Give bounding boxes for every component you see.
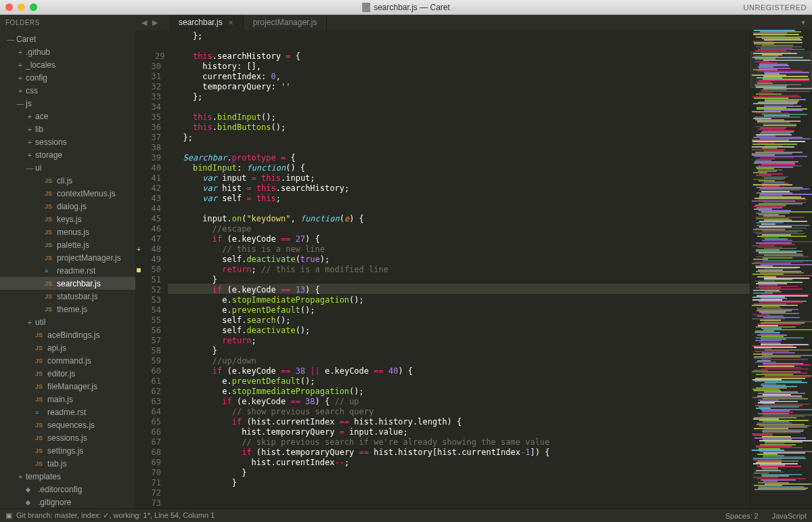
code-line[interactable]: //escape	[173, 224, 750, 234]
code-line[interactable]: history: [],	[173, 62, 750, 72]
code-line[interactable]: if (e.keyCode == 38) { // up	[173, 397, 750, 407]
code-line[interactable]: // show previous search query	[173, 407, 750, 417]
code-line[interactable]: e.stopImmediatePropagation();	[173, 387, 750, 397]
expand-icon[interactable]: +	[26, 112, 34, 121]
code-line[interactable]: Searchbar.prototype = {	[173, 153, 750, 163]
code-line[interactable]: this.bindButtons();	[173, 123, 750, 133]
code-line[interactable]: this.searchHistory = {	[173, 51, 750, 62]
code-line[interactable]: this.bindInput();	[173, 112, 750, 123]
code-line[interactable]	[173, 143, 750, 153]
nav-back-button[interactable]: ◀	[139, 18, 149, 27]
code-line[interactable]: self.deactivate();	[173, 326, 750, 336]
folder-sessions[interactable]: +sessions	[0, 135, 135, 148]
file-keys-js[interactable]: JSkeys.js	[0, 213, 135, 225]
code-line[interactable]: if (e.keyCode == 38 || e.keyCode == 40) …	[173, 366, 750, 376]
code-line[interactable]: };	[173, 92, 750, 102]
code-line[interactable]: bindInput: function() {	[173, 163, 750, 173]
folder-storage[interactable]: +storage	[0, 148, 135, 161]
code-line[interactable]	[173, 204, 750, 214]
folder-css[interactable]: +css	[0, 84, 135, 97]
status-indent[interactable]: Spaces: 2	[725, 512, 759, 520]
status-panel-icon[interactable]: ▣	[5, 511, 12, 520]
file-cli-js[interactable]: JScli.js	[0, 174, 135, 187]
file-api-js[interactable]: JSapi.js	[0, 341, 135, 354]
code-line[interactable]: hist.currentIndex--;	[173, 458, 750, 468]
code-line[interactable]: };	[173, 133, 750, 143]
tab-close-icon[interactable]: ✕	[228, 19, 233, 26]
collapse-icon[interactable]: —	[16, 100, 24, 108]
expand-icon[interactable]: +	[16, 74, 24, 82]
code-line[interactable]	[173, 102, 750, 112]
expand-icon[interactable]: +	[26, 125, 34, 133]
code-line[interactable]: if (e.keyCode == 27) {	[173, 234, 750, 244]
file-fileManager-js[interactable]: JSfileManager.js	[0, 380, 135, 393]
file-menus-js[interactable]: JSmenus.js	[0, 225, 135, 238]
collapse-icon[interactable]: —	[26, 164, 34, 172]
file-command-js[interactable]: JScommand.js	[0, 354, 135, 367]
code-line[interactable]: temporaryQuery: ''	[173, 82, 750, 92]
maximize-window-button[interactable]	[30, 3, 37, 11]
code-line[interactable]: }	[173, 478, 750, 488]
editor[interactable]: +■ 29 30 31 32 33 34 35 36 37 38 39 40 4…	[135, 30, 812, 508]
folder-ace[interactable]: +ace	[0, 110, 135, 123]
tab-projectManager-js[interactable]: projectManager.js	[244, 15, 328, 30]
code-line[interactable]: };	[173, 31, 750, 41]
expand-icon[interactable]: +	[26, 151, 34, 159]
code-line[interactable]: self.deactivate(true);	[173, 255, 750, 265]
code-line[interactable]: self.search();	[173, 316, 750, 326]
file-editor-js[interactable]: JSeditor.js	[0, 367, 135, 380]
code-line[interactable]: var input = this.input;	[173, 173, 750, 183]
folder-_locales[interactable]: +_locales	[0, 58, 135, 71]
folder-ui[interactable]: —ui	[0, 161, 135, 174]
file-sequences-js[interactable]: JSsequences.js	[0, 418, 135, 431]
code-area[interactable]: }; this.searchHistory = { history: [], c…	[168, 30, 750, 508]
code-line[interactable]: input.on("keydown", function(e) {	[173, 214, 750, 224]
file-main-js[interactable]: JSmain.js	[0, 393, 135, 406]
collapse-icon[interactable]: —	[7, 35, 15, 43]
code-line[interactable]: return;	[173, 336, 750, 346]
file--gitignore[interactable]: ◆.gitignore	[0, 496, 135, 508]
minimize-window-button[interactable]	[18, 3, 25, 11]
code-line[interactable]: if (hist.temporaryQuery == hist.history[…	[173, 448, 750, 458]
file-aceBindings-js[interactable]: JSaceBindings.js	[0, 328, 135, 341]
file-sessions-js[interactable]: JSsessions.js	[0, 431, 135, 444]
folder-js[interactable]: —js	[0, 97, 135, 110]
file-projectManager-js[interactable]: JSprojectManager.js	[0, 251, 135, 264]
file-contextMenus-js[interactable]: JScontextMenus.js	[0, 187, 135, 200]
expand-icon[interactable]: +	[16, 473, 24, 481]
code-line[interactable]: // this is a new line	[173, 244, 750, 255]
file-theme-js[interactable]: JStheme.js	[0, 303, 135, 316]
file-tab-js[interactable]: JStab.js	[0, 457, 135, 470]
file-statusbar-js[interactable]: JSstatusbar.js	[0, 290, 135, 303]
file-dialog-js[interactable]: JSdialog.js	[0, 200, 135, 213]
code-line[interactable]: var self = this;	[173, 194, 750, 204]
folder-lib[interactable]: +lib	[0, 123, 135, 135]
folder-Caret[interactable]: —Caret	[0, 32, 135, 45]
file--editorconfig[interactable]: ◆.editorconfig	[0, 483, 135, 496]
expand-icon[interactable]: +	[16, 48, 24, 56]
code-line[interactable]: return; // this is a modified line	[173, 265, 750, 275]
file-readme-rst[interactable]: ≡readme.rst	[0, 406, 135, 418]
code-line[interactable]: e.stopImmediatePropagation();	[173, 295, 750, 305]
code-line[interactable]: if (e.keyCode == 13) {	[173, 285, 750, 295]
nav-forward-button[interactable]: ▶	[150, 18, 160, 27]
minimap[interactable]	[750, 30, 812, 508]
code-line[interactable]: hist.temporaryQuery = input.value;	[173, 427, 750, 437]
folder-config[interactable]: +config	[0, 71, 135, 84]
code-line[interactable]: // skip previous search if we're already…	[173, 437, 750, 448]
file-readme-rst[interactable]: ≡readme.rst	[0, 264, 135, 277]
expand-icon[interactable]: +	[26, 318, 34, 326]
status-language[interactable]: JavaScript	[772, 512, 807, 520]
folder--github[interactable]: +.github	[0, 45, 135, 58]
sidebar[interactable]: —Caret+.github+_locales+config+css—js+ac…	[0, 30, 135, 508]
expand-icon[interactable]: +	[26, 138, 34, 146]
code-line[interactable]: var hist = this.searchHistory;	[173, 183, 750, 194]
code-line[interactable]: e.preventDefault();	[173, 376, 750, 387]
code-line[interactable]: if (hist.currentIndex == hist.history.le…	[173, 417, 750, 427]
file-settings-js[interactable]: JSsettings.js	[0, 444, 135, 457]
code-line[interactable]	[173, 41, 750, 51]
file-searchbar-js[interactable]: JSsearchbar.js	[0, 277, 135, 290]
tab-overflow-button[interactable]: ▼	[800, 19, 807, 26]
code-line[interactable]: //up/down	[173, 356, 750, 366]
code-line[interactable]: currentIndex: 0,	[173, 72, 750, 82]
